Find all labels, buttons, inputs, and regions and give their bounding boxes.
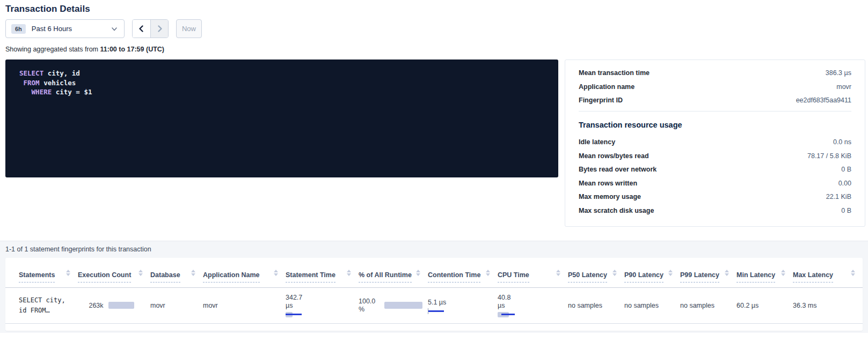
sql-statement-box: SELECT city, id FROM vehicles WHERE city… [5, 60, 558, 177]
summary-label: Max scratch disk usage [579, 207, 654, 214]
database-cell: movr [150, 288, 203, 323]
application-name-cell: movr [203, 288, 286, 323]
summary-label: Mean rows written [579, 180, 637, 187]
stats-range: 11:00 to 17:59 (UTC) [100, 46, 164, 53]
pct-runtime-bar [384, 302, 422, 309]
summary-row: Application name movr [579, 83, 851, 91]
panel-divider [579, 111, 851, 111]
sort-icon[interactable] [416, 267, 420, 278]
sort-icon[interactable] [486, 267, 490, 278]
table-header-row: Statements Execution Count Database Appl… [5, 258, 863, 288]
contention-time-cell: 5.1 µs [428, 288, 498, 323]
contention-time-bar [428, 310, 444, 312]
time-interval-dropdown[interactable]: 6h Past 6 Hours [5, 19, 125, 38]
chevron-right-icon [156, 25, 163, 32]
cpu-time-bar [498, 312, 515, 317]
max-latency-cell: 36.3 ms [793, 288, 863, 323]
aggregated-stats-line: Showing aggregated stats from 11:00 to 1… [5, 46, 865, 53]
summary-label: Idle latency [579, 138, 615, 146]
summary-value: movr [836, 83, 851, 91]
table-row: SELECT city, id FROM… 263k movr movr 342… [5, 288, 863, 324]
summary-value: 0 B [841, 207, 851, 214]
sort-icon[interactable] [612, 267, 617, 278]
summary-row: Fingerprint ID ee2df683f5aa9411 [579, 96, 851, 104]
sort-icon[interactable] [668, 267, 673, 278]
p99-latency-cell: no samples [680, 288, 736, 323]
summary-label: Mean transaction time [579, 69, 650, 77]
next-interval-button[interactable] [150, 20, 168, 38]
page-title: Transaction Details [5, 4, 865, 14]
prev-interval-button[interactable] [133, 20, 150, 38]
summary-value: 386.3 µs [826, 69, 851, 77]
sort-icon[interactable] [347, 267, 351, 278]
statements-table: Statements Execution Count Database Appl… [5, 258, 863, 331]
col-header-contention-time: Contention Time [428, 258, 498, 287]
statement-link[interactable]: SELECT city, id FROM… [19, 288, 78, 323]
summary-value: 22.1 KiB [826, 193, 851, 200]
results-count: 1-1 of 1 statement fingerprints for this… [5, 246, 863, 253]
summary-label: Bytes read over network [579, 166, 657, 173]
col-header-cpu-time: CPU Time [498, 258, 568, 287]
sort-icon[interactable] [274, 267, 278, 278]
summary-label: Application name [579, 83, 634, 91]
sort-icon[interactable] [191, 267, 195, 278]
summary-value: ee2df683f5aa9411 [796, 96, 851, 104]
col-header-p50-latency: P50 Latency [568, 258, 624, 287]
summary-value: 78.17 / 5.8 KiB [807, 152, 851, 160]
summary-row: Bytes read over network 0 B [579, 166, 851, 173]
summary-row: Mean transaction time 386.3 µs [579, 69, 851, 77]
execution-count-cell: 263k [78, 288, 150, 323]
sort-icon[interactable] [66, 267, 70, 278]
interval-badge: 6h [11, 24, 26, 34]
sql-code: SELECT city, id FROM vehicles WHERE city… [19, 69, 544, 97]
summary-row: Max scratch disk usage 0 B [579, 207, 851, 214]
summary-row: Mean rows written 0.00 [579, 180, 851, 187]
time-controls: 6h Past 6 Hours Now [5, 19, 865, 38]
chevron-down-icon [111, 26, 118, 32]
summary-row: Mean rows/bytes read 78.17 / 5.8 KiB [579, 152, 851, 160]
cpu-time-cell: 40.8 µs [498, 288, 568, 323]
min-latency-cell: 60.2 µs [736, 288, 793, 323]
col-header-min-latency: Min Latency [736, 258, 793, 287]
col-header-pct-runtime: % of All Runtime [359, 258, 428, 287]
sort-icon[interactable] [781, 267, 785, 278]
summary-row: Idle latency 0.0 ns [579, 138, 851, 146]
summary-label: Fingerprint ID [579, 96, 623, 104]
summary-label: Max memory usage [579, 193, 641, 200]
transaction-summary-panel: Mean transaction time 386.3 µs Applicati… [565, 60, 865, 227]
p50-latency-cell: no samples [568, 288, 624, 323]
summary-value: 0 B [841, 166, 851, 173]
col-header-database: Database [150, 258, 203, 287]
interval-label: Past 6 Hours [32, 25, 72, 33]
summary-value: 0.0 ns [833, 138, 851, 146]
resource-usage-title: Transaction resource usage [579, 121, 851, 129]
col-header-application-name: Application Name [203, 258, 286, 287]
sort-icon[interactable] [725, 267, 729, 278]
sort-icon[interactable] [556, 267, 560, 278]
now-button[interactable]: Now [176, 19, 202, 38]
col-header-statement-time: Statement Time [286, 258, 359, 287]
statement-time-cell: 342.7 µs [286, 288, 359, 323]
sort-icon[interactable] [138, 267, 143, 278]
statement-time-bar [286, 312, 302, 317]
col-header-statements: Statements [19, 258, 78, 287]
statements-section: 1-1 of 1 statement fingerprints for this… [0, 241, 868, 333]
col-header-p90-latency: P90 Latency [624, 258, 680, 287]
col-header-p99-latency: P99 Latency [680, 258, 736, 287]
col-header-max-latency: Max Latency [793, 258, 863, 287]
time-step-buttons [132, 19, 169, 38]
chevron-left-icon [138, 25, 145, 32]
sort-icon[interactable] [851, 267, 855, 278]
summary-row: Max memory usage 22.1 KiB [579, 193, 851, 200]
summary-value: 0.00 [838, 180, 851, 187]
col-header-execution-count: Execution Count [78, 258, 150, 287]
pct-runtime-cell: 100.0 % [359, 288, 428, 323]
summary-label: Mean rows/bytes read [579, 152, 649, 160]
p90-latency-cell: no samples [624, 288, 680, 323]
execution-count-bar [108, 302, 134, 309]
